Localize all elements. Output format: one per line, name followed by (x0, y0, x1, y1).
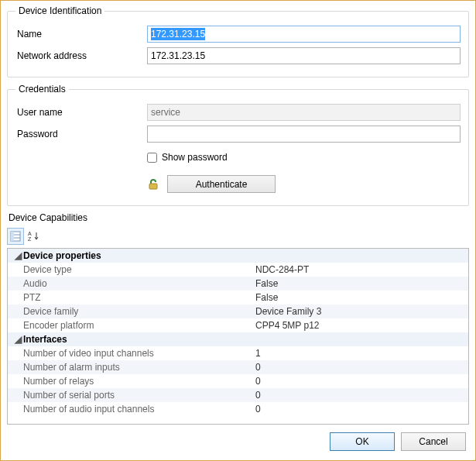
property-key: Number of alarm inputs (23, 362, 255, 373)
device-identification-group: Device Identification Name 172.31.23.15 … (7, 5, 469, 77)
property-key: PTZ (23, 292, 255, 303)
property-key: Audio (23, 278, 255, 289)
password-input[interactable] (147, 126, 461, 143)
collapse-icon: ◢ (12, 250, 23, 261)
capabilities-property-row[interactable]: AudioFalse (8, 277, 468, 291)
capabilities-property-row[interactable]: Device typeNDC-284-PT (8, 263, 468, 277)
property-value: CPP4 5MP p12 (255, 320, 468, 331)
capabilities-property-row[interactable]: PTZFalse (8, 291, 468, 304)
capabilities-property-row[interactable]: Number of video input channels1 (8, 346, 468, 360)
capabilities-property-row[interactable]: Number of alarm inputs0 (8, 360, 468, 374)
network-address-input[interactable] (147, 47, 461, 64)
ok-button[interactable]: OK (330, 432, 395, 451)
capabilities-property-row[interactable]: Number of audio input channels0 (8, 402, 468, 416)
capabilities-grid[interactable]: ◢Device propertiesDevice typeNDC-284-PTA… (7, 248, 469, 425)
category-name: Interfaces (23, 334, 255, 345)
capabilities-category-row[interactable]: ◢Interfaces (8, 332, 468, 346)
capabilities-property-row[interactable]: Encoder platformCPP4 5MP p12 (8, 318, 468, 332)
svg-text:A: A (28, 231, 32, 236)
name-input-value: 172.31.23.15 (151, 28, 205, 40)
cancel-button[interactable]: Cancel (401, 432, 466, 451)
collapse-icon: ◢ (12, 334, 23, 345)
username-label: User name (15, 107, 147, 118)
password-label: Password (15, 129, 147, 139)
network-address-label: Network address (15, 50, 147, 61)
device-identification-legend: Device Identification (15, 5, 104, 16)
property-value: False (255, 292, 468, 303)
unlock-icon (147, 178, 159, 191)
property-key: Number of serial ports (23, 390, 255, 401)
capabilities-category-row[interactable]: ◢Device properties (8, 249, 468, 263)
property-key: Device type (23, 264, 255, 275)
svg-text:Z: Z (28, 236, 32, 242)
capabilities-toolbar: A Z (7, 226, 469, 248)
property-value: False (255, 278, 468, 289)
credentials-legend: Credentials (15, 84, 69, 95)
username-input[interactable] (147, 104, 461, 121)
name-input[interactable]: 172.31.23.15 (147, 26, 461, 43)
property-key: Number of relays (23, 376, 255, 387)
categorized-view-button[interactable] (7, 228, 24, 245)
capabilities-property-row[interactable]: Device familyDevice Family 3 (8, 304, 468, 318)
property-value: 0 (255, 376, 468, 387)
property-value: NDC-284-PT (255, 264, 468, 275)
property-value: 0 (255, 390, 468, 401)
name-label: Name (15, 29, 147, 40)
property-value: 0 (255, 362, 468, 373)
category-name: Device properties (23, 250, 255, 261)
property-value: 1 (255, 348, 468, 359)
svg-rect-0 (149, 184, 157, 189)
device-capabilities-title: Device Capabilities (7, 212, 469, 226)
show-password-label: Show password (162, 152, 228, 163)
property-key: Number of video input channels (23, 348, 255, 359)
show-password-checkbox[interactable] (147, 153, 157, 163)
property-key: Device family (23, 306, 255, 317)
property-key: Number of audio input channels (23, 404, 255, 415)
alphabetical-view-button[interactable]: A Z (26, 228, 43, 245)
property-key: Encoder platform (23, 320, 255, 331)
capabilities-property-row[interactable]: Number of relays0 (8, 374, 468, 388)
credentials-group: Credentials User name Password Show pass… (7, 84, 469, 206)
capabilities-property-row[interactable]: Number of serial ports0 (8, 388, 468, 402)
property-value: 0 (255, 404, 468, 415)
property-value: Device Family 3 (255, 306, 468, 317)
svg-rect-4 (11, 232, 14, 241)
authenticate-button[interactable]: Authenticate (167, 175, 276, 193)
